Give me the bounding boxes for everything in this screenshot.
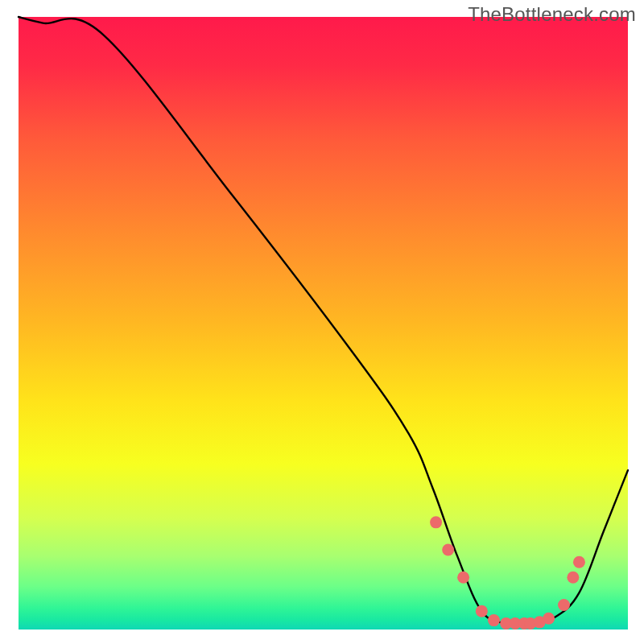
plot-area bbox=[19, 17, 628, 630]
bottleneck-chart bbox=[0, 0, 644, 644]
optimal-dot bbox=[430, 516, 442, 528]
optimal-dot bbox=[488, 614, 500, 626]
watermark-text: TheBottleneck.com bbox=[468, 3, 636, 26]
optimal-dot bbox=[476, 605, 488, 617]
optimal-dot bbox=[457, 572, 469, 584]
optimal-dot bbox=[543, 613, 555, 625]
chart-frame: TheBottleneck.com bbox=[0, 0, 644, 644]
optimal-dot bbox=[558, 599, 570, 611]
optimal-dot bbox=[567, 572, 579, 584]
optimal-dot bbox=[442, 544, 454, 556]
optimal-dot bbox=[573, 556, 585, 568]
